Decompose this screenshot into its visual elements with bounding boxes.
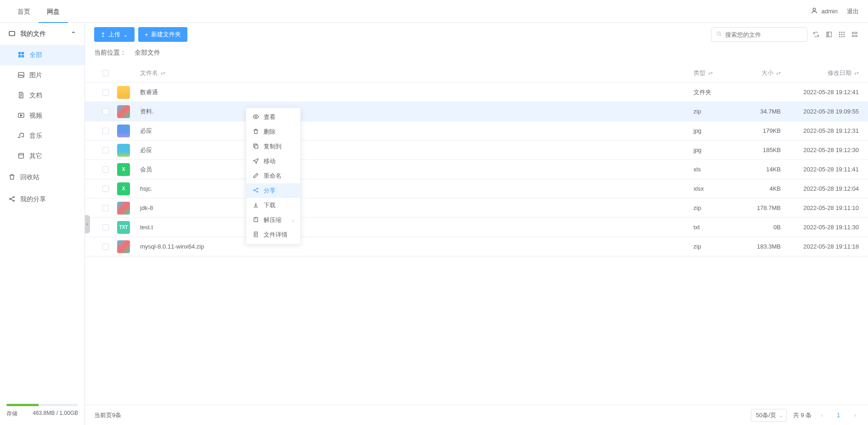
menu-item-eye[interactable]: 查看: [246, 110, 300, 125]
row-checkbox[interactable]: [102, 147, 109, 153]
menu-item-copy[interactable]: 复制到: [246, 139, 300, 154]
file-name[interactable]: 资料.: [140, 108, 693, 116]
refresh-icon[interactable]: [812, 30, 820, 39]
sidebar-item-label: 全部: [29, 51, 42, 59]
table-row[interactable]: 数睿通 文件夹 2022-05-28 19:12:41: [85, 83, 868, 102]
file-type-icon: [117, 202, 130, 215]
sidebar-item-grid[interactable]: 全部: [0, 45, 85, 65]
svg-rect-1: [9, 31, 15, 35]
table-row[interactable]: jdk-8 zip 178.7MB 2022-05-28 19:11:10: [85, 198, 868, 218]
app-header: 首页 网盘 admin 退出: [0, 0, 868, 23]
sidebar-item-video[interactable]: 视频: [0, 106, 85, 126]
select-all-checkbox[interactable]: [102, 70, 109, 76]
sidebar-item-music[interactable]: 音乐: [0, 126, 85, 146]
main-content: ‹ ↥ 上传 ⌄ + 新建文件夹: [85, 23, 868, 425]
svg-rect-14: [829, 32, 832, 37]
menu-item-label: 重命名: [264, 172, 282, 180]
file-name[interactable]: mysql-8.0.11-winx64.zip: [140, 243, 693, 250]
file-name[interactable]: 必应: [140, 146, 693, 154]
folder-icon: [8, 30, 16, 39]
sidebar-item-other[interactable]: 其它: [0, 146, 85, 166]
row-checkbox[interactable]: [102, 186, 109, 192]
table-row[interactable]: 资料. zip 34.7MB 2022-05-28 19:09:55: [85, 102, 868, 121]
table-row[interactable]: 必应 jpg 185KB 2022-05-28 19:12:30: [85, 141, 868, 160]
row-checkbox[interactable]: [102, 108, 109, 115]
sidebar-item-label: 文档: [29, 91, 42, 100]
table-row[interactable]: X 会员 xls 14KB 2022-05-28 19:11:41: [85, 160, 868, 179]
row-checkbox[interactable]: [102, 205, 109, 211]
file-date: 2022-05-28 19:11:41: [781, 166, 859, 173]
menu-item-label: 删除: [264, 128, 276, 136]
user-menu[interactable]: admin: [811, 7, 838, 16]
file-type: jpg: [693, 127, 735, 134]
file-type: xlsx: [693, 185, 735, 192]
menu-item-trash[interactable]: 删除: [246, 125, 300, 139]
table-row[interactable]: mysql-8.0.11-winx64.zip zip 183.3MB 2022…: [85, 237, 868, 256]
search-input[interactable]: [725, 31, 802, 38]
row-checkbox[interactable]: [102, 224, 109, 231]
tab-home[interactable]: 首页: [9, 0, 39, 23]
file-date: 2022-05-28 19:09:55: [781, 108, 859, 115]
file-size: 14KB: [735, 166, 781, 173]
page-number[interactable]: 1: [832, 409, 845, 422]
menu-item-share[interactable]: 分享: [246, 183, 300, 198]
grid-view-icon[interactable]: [838, 30, 846, 39]
sidebar-item-image[interactable]: 图片: [0, 65, 85, 85]
menu-item-move[interactable]: 移动: [246, 154, 300, 169]
svg-rect-15: [839, 32, 840, 33]
table-row[interactable]: TXT test.t txt 0B 2022-05-28 19:11:30: [85, 218, 868, 237]
detail-icon: [253, 231, 259, 239]
row-checkbox[interactable]: [102, 166, 109, 173]
menu-item-label: 解压缩: [264, 216, 282, 224]
breadcrumb: 当前位置： 全部文件: [85, 46, 868, 63]
sidebar-item-recycle[interactable]: 回收站: [0, 166, 85, 188]
col-name-header[interactable]: 文件名▴▾: [140, 69, 693, 77]
file-size: 0B: [735, 224, 781, 231]
logout-button[interactable]: 退出: [847, 7, 859, 16]
row-checkbox[interactable]: [102, 89, 109, 96]
file-name[interactable]: test.t: [140, 224, 693, 231]
timeline-view-icon[interactable]: [851, 30, 859, 39]
chevron-down-icon: ⌄: [123, 31, 128, 38]
share-icon: [8, 195, 16, 204]
svg-rect-21: [839, 36, 840, 37]
share-label: 我的分享: [20, 195, 46, 204]
grid-icon: [17, 51, 25, 60]
sidebar-collapse-handle[interactable]: ‹: [85, 215, 90, 233]
upload-button[interactable]: ↥ 上传 ⌄: [94, 27, 135, 42]
breadcrumb-path[interactable]: 全部文件: [135, 49, 160, 57]
table-row[interactable]: 必应 jpg 179KB 2022-05-28 19:12:31: [85, 121, 868, 141]
tab-netdisk[interactable]: 网盘: [39, 0, 68, 23]
col-size-header[interactable]: 大小▴▾: [735, 69, 781, 77]
file-name[interactable]: 会员: [140, 165, 693, 174]
menu-item-detail[interactable]: 文件详情: [246, 227, 300, 242]
breadcrumb-label: 当前位置：: [94, 49, 126, 57]
sidebar-group-myfiles[interactable]: 我的文件 ⌃: [0, 23, 85, 45]
nav-tabs: 首页 网盘: [9, 0, 68, 23]
sidebar-item-share[interactable]: 我的分享: [0, 188, 85, 210]
file-name[interactable]: hsjc.: [140, 185, 693, 192]
col-date-header[interactable]: 修改日期▴▾: [781, 69, 859, 77]
sidebar-item-document[interactable]: 文档: [0, 85, 85, 106]
page-size-select[interactable]: 50条/页: [751, 409, 787, 422]
file-name[interactable]: jdk-8: [140, 204, 693, 211]
menu-item-download[interactable]: 下载: [246, 198, 300, 213]
menu-item-label: 分享: [264, 187, 276, 195]
table-row[interactable]: X hsjc. xlsx 4KB 2022-05-28 19:12:04: [85, 179, 868, 198]
next-page[interactable]: ›: [851, 412, 859, 419]
file-name[interactable]: 必应: [140, 127, 693, 135]
search-box[interactable]: [711, 27, 807, 42]
sidebar-item-label: 音乐: [29, 132, 42, 140]
prev-page[interactable]: ‹: [818, 412, 825, 419]
menu-item-rename[interactable]: 重命名: [246, 169, 300, 183]
col-type-header[interactable]: 类型▴▾: [693, 69, 735, 77]
row-checkbox[interactable]: [102, 128, 109, 134]
menu-item-extract[interactable]: 解压缩›: [246, 213, 300, 227]
table-header: 文件名▴▾ 类型▴▾ 大小▴▾ 修改日期▴▾: [85, 63, 868, 83]
list-view-icon[interactable]: [825, 30, 833, 39]
menu-item-label: 文件详情: [264, 231, 287, 239]
newfolder-button[interactable]: + 新建文件夹: [138, 27, 187, 42]
row-checkbox[interactable]: [102, 244, 109, 250]
file-name[interactable]: 数睿通: [140, 88, 693, 96]
svg-rect-4: [18, 55, 21, 57]
